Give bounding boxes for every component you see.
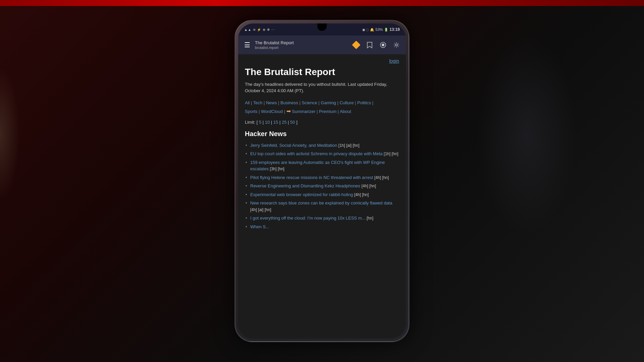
toolbar-icons [352,40,401,50]
limit-sep3: | [279,120,282,125]
nav-sports[interactable]: Sports [245,109,258,114]
web-content: login The Brutalist Report The day's hea… [238,54,406,339]
sep10: | [284,109,286,114]
news-item-3: 159 employees are leaving Automattic as … [245,158,399,173]
phone-inner: ▲▲ ≋ ⚡ ⊕ ✻ ··· ◉ ◌ 🔔 53% 🔋 13:19 ☰ The B… [238,23,406,339]
time: 13:19 [389,27,400,32]
sep7: | [355,100,357,105]
nav-tech[interactable]: Tech [253,100,262,105]
nav-business[interactable]: Business [280,100,298,105]
red-strip [0,0,644,6]
news-link-8[interactable]: I got everything off the cloud: I'm now … [250,216,365,221]
news-item-1: Jerry Seinfeld, Social Anxiety, and Medi… [245,141,399,150]
svg-point-2 [395,44,397,46]
limit-sep1: | [263,120,265,125]
news-link-6[interactable]: Experimental web browser optimized for r… [250,192,353,197]
news-tag-8: [hn] [367,216,373,221]
browser-url: brutalist.report [255,46,348,50]
browser-title: The Brutalist Report [255,40,348,46]
nav-science[interactable]: Science [302,100,317,105]
nav-about[interactable]: About [340,109,351,114]
diamond-icon[interactable] [352,40,361,50]
browser-toolbar: ☰ The Brutalist Report brutalist.report [238,36,406,54]
limit-sep2: | [271,120,273,125]
news-link-5[interactable]: Reverse Engineering and Dismantling Kekz… [250,183,360,188]
settings-icon[interactable] [392,40,401,50]
notch [317,23,327,31]
news-item-5: Reverse Engineering and Dismantling Kekz… [245,182,399,190]
news-tag-3: [3h] [hn] [270,167,284,171]
limit-label: Limit: [245,120,255,125]
news-item-6: Experimental web browser optimized for r… [245,190,399,199]
limit-line: Limit: [ 5 | 10 | 15 | 25 | 50 ] [245,120,399,125]
menu-icon[interactable]: ☰ [243,40,252,50]
nav-culture[interactable]: Culture [339,100,354,105]
limit-15[interactable]: 15 [273,120,278,125]
status-bar: ▲▲ ≋ ⚡ ⊕ ✻ ··· ◉ ◌ 🔔 53% 🔋 13:19 [238,23,406,36]
news-link-1[interactable]: Jerry Seinfeld, Social Anxiety, and Medi… [250,143,337,148]
url-area[interactable]: The Brutalist Report brutalist.report [255,40,348,50]
signal-icons: ▲▲ ≋ ⚡ ⊕ ✻ ··· [244,28,275,32]
news-item-9: When S... [245,223,399,231]
sep1: | [251,100,253,105]
limit-5[interactable]: 5 [259,120,261,125]
news-list: Jerry Seinfeld, Social Anxiety, and Medi… [245,141,399,231]
nav-gaming[interactable]: Gaming [321,100,336,105]
news-tag-2: [1h] [hn] [384,152,398,156]
news-tag-5: [4h] [hn] [362,184,376,188]
news-tag-7: [4h] [ai] [hn] [250,207,271,212]
news-item-7: New research says blue zones can be expl… [245,199,399,214]
web-scroll[interactable]: login The Brutalist Report The day's hea… [238,54,406,339]
status-right: ◉ ◌ 🔔 53% 🔋 13:19 [362,27,400,32]
news-item-2: EU top court sides with activist Schrems… [245,149,399,158]
news-link-2[interactable]: EU top court sides with activist Schrems… [250,151,382,156]
svg-point-1 [382,44,384,46]
news-item-4: Pilot flying Helene rescue missions in N… [245,173,399,182]
bookmark-icon[interactable] [365,40,374,50]
summarizer-arrow: ➡ [286,108,291,114]
limit-25[interactable]: 25 [282,120,286,125]
phone-outer: ▲▲ ≋ ⚡ ⊕ ✻ ··· ◉ ◌ 🔔 53% 🔋 13:19 ☰ The B… [235,20,409,342]
status-left: ▲▲ ≋ ⚡ ⊕ ✻ ··· [244,28,275,32]
site-subtitle: The day's headlines delivered to you wit… [245,81,399,94]
news-item-8: I got everything off the cloud: I'm now … [245,214,399,223]
news-link-9[interactable]: When S... [250,224,269,229]
battery-percent: 53% [375,27,383,32]
news-tag-4: [4h] [hn] [374,175,389,180]
battery-icon: 🔋 [384,28,388,32]
nav-premium[interactable]: Premium [319,109,336,114]
sep2: | [264,100,266,105]
news-tag-6: [4h] [hn] [354,192,369,197]
news-link-7[interactable]: New research says blue zones can be expl… [250,200,392,205]
nav-politics[interactable]: Politics [357,100,371,105]
nav-all[interactable]: All [245,100,250,105]
news-link-4[interactable]: Pilot flying Helene rescue missions in N… [250,175,373,180]
limit-10[interactable]: 10 [265,120,270,125]
login-link[interactable]: login [245,58,399,64]
site-title: The Brutalist Report [245,66,399,78]
nav-news[interactable]: News [266,100,277,105]
limit-sep4: | [288,120,290,125]
nav-summarizer[interactable]: Summarizer [292,109,315,114]
nav-links: All | Tech | News | Business | Science |… [245,99,399,116]
news-tag-1: [1h] [ai] [hn] [338,143,360,148]
wifi-icon: ◉ ◌ 🔔 [362,28,374,32]
nav-wordcloud[interactable]: WordCloud [261,109,283,114]
sep11: | [317,109,319,114]
record-icon[interactable] [378,40,388,50]
limit-50[interactable]: 50 [290,120,295,125]
diamond-shape [352,41,360,49]
section-hacker-news-title: Hacker News [245,130,399,138]
sep8: | [372,100,373,105]
